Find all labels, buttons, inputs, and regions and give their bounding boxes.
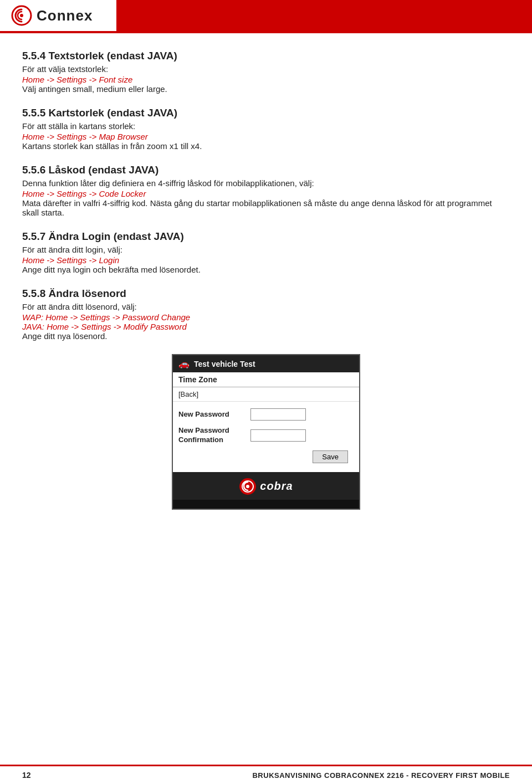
header-red-bar xyxy=(116,0,532,31)
mockup-title-bar: 🚗 Test vehicle Test xyxy=(173,355,359,372)
mockup-back-text: [Back] xyxy=(178,390,198,398)
cobra-logo: cobra xyxy=(239,478,293,495)
mockup-title: Test vehicle Test xyxy=(194,360,255,368)
ui-mockup: 🚗 Test vehicle Test Time Zone [Back] New… xyxy=(172,354,360,510)
intro-558: För att ändra ditt lösenord, välj: xyxy=(22,302,510,311)
body-555: Kartans storlek kan ställas in från zoom… xyxy=(22,141,510,151)
section-557: 5.5.7 Ändra Login (endast JAVA) För att … xyxy=(22,230,510,274)
body-554: Välj antingen small, medium eller large. xyxy=(22,84,510,94)
redlink1-558: WAP: Home -> Settings -> Password Change xyxy=(22,312,510,322)
redlink-554: Home -> Settings -> Font size xyxy=(22,75,510,84)
logo-area: Connex xyxy=(0,0,111,31)
new-password-label: New Password xyxy=(178,410,250,419)
intro-557: För att ändra ditt login, välj: xyxy=(22,245,510,254)
heading-556: 5.5.6 Låskod (endast JAVA) xyxy=(22,164,510,176)
new-password-confirm-row: New Password Confirmation xyxy=(178,426,354,445)
page-number: 12 xyxy=(22,771,31,780)
redlink2-558: JAVA: Home -> Settings -> Modify Passwor… xyxy=(22,322,510,331)
section-558: 5.5.8 Ändra lösenord För att ändra ditt … xyxy=(22,288,510,341)
section-556: 5.5.6 Låskod (endast JAVA) Denna funktio… xyxy=(22,164,510,217)
new-password-row: New Password xyxy=(178,408,354,421)
intro-554: För att välja textstorlek: xyxy=(22,64,510,74)
intro-555: För att ställa in kartans storlek: xyxy=(22,121,510,131)
cobra-logo-text: cobra xyxy=(260,480,293,493)
svg-point-1 xyxy=(20,14,23,17)
main-content: 5.5.4 Textstorlek (endast JAVA) För att … xyxy=(0,33,532,537)
logo-text: Connex xyxy=(37,7,93,24)
new-password-confirm-label: New Password Confirmation xyxy=(178,426,250,445)
connex-logo-icon xyxy=(11,5,32,26)
body-556: Mata därefter in valfri 4-siffrig kod. N… xyxy=(22,198,510,217)
svg-point-4 xyxy=(246,485,249,488)
page-header: Connex xyxy=(0,0,532,33)
footer-title: BRUKSANVISNING COBRACONNEX 2216 - RECOVE… xyxy=(252,771,510,780)
mockup-section-bar: Time Zone xyxy=(173,372,359,387)
redlink-555: Home -> Settings -> Map Browser xyxy=(22,132,510,141)
mockup-back-link[interactable]: [Back] xyxy=(173,387,359,402)
body-558: Ange ditt nya lösenord. xyxy=(22,331,510,341)
page-footer: 12 BRUKSANVISNING COBRACONNEX 2216 - REC… xyxy=(0,765,532,784)
new-password-input[interactable] xyxy=(250,408,306,421)
new-password-confirm-input[interactable] xyxy=(250,429,306,442)
heading-558: 5.5.8 Ändra lösenord xyxy=(22,288,510,300)
car-icon: 🚗 xyxy=(178,358,190,369)
intro-556: Denna funktion låter dig definiera en 4-… xyxy=(22,178,510,188)
heading-554: 5.5.4 Textstorlek (endast JAVA) xyxy=(22,50,510,62)
heading-557: 5.5.7 Ändra Login (endast JAVA) xyxy=(22,230,510,243)
save-button[interactable]: Save xyxy=(313,450,348,463)
mockup-save-row: Save xyxy=(178,450,354,463)
mockup-footer: cobra xyxy=(173,472,359,500)
heading-555: 5.5.5 Kartstorlek (endast JAVA) xyxy=(22,107,510,119)
section-554: 5.5.4 Textstorlek (endast JAVA) För att … xyxy=(22,50,510,94)
redlink-556: Home -> Settings -> Code Locker xyxy=(22,189,510,198)
mockup-body: New Password New Password Confirmation S… xyxy=(173,402,359,472)
redlink-557: Home -> Settings -> Login xyxy=(22,255,510,265)
body-557: Ange ditt nya login och bekräfta med lös… xyxy=(22,265,510,274)
mockup-section-label: Time Zone xyxy=(178,375,217,384)
mockup-bottom-bar xyxy=(173,500,359,509)
section-555: 5.5.5 Kartstorlek (endast JAVA) För att … xyxy=(22,107,510,151)
cobra-logo-svg xyxy=(239,478,257,495)
